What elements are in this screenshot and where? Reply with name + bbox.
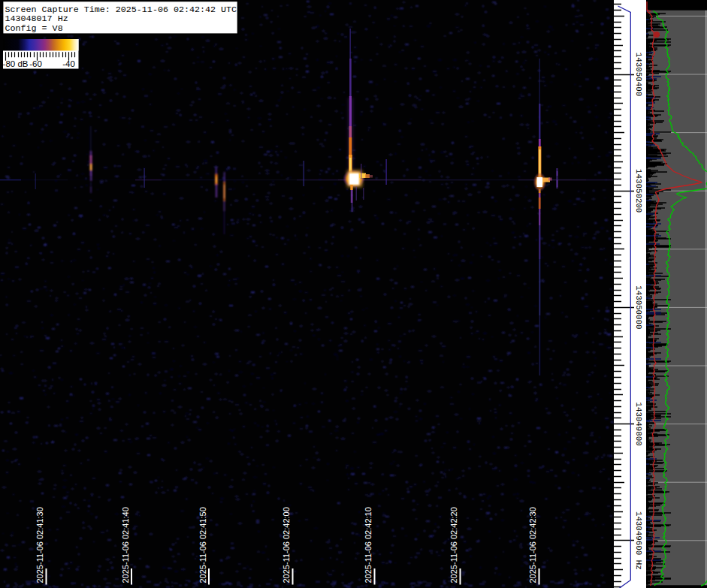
svg-text:-40: -40	[62, 59, 75, 68]
svg-text:2025-11-06 02:42:10: 2025-11-06 02:42:10	[364, 507, 373, 583]
svg-text:2025-11-06 02:41:30: 2025-11-06 02:41:30	[35, 507, 44, 583]
svg-text:143050400: 143050400	[634, 53, 643, 96]
svg-text:143050200: 143050200	[634, 169, 643, 213]
svg-text:-60: -60	[29, 59, 42, 68]
svg-text:143049600 Hz: 143049600 Hz	[634, 511, 643, 570]
svg-text:143049800: 143049800	[634, 402, 643, 445]
svg-text:143050000: 143050000	[634, 285, 643, 329]
svg-text:2025-11-06 02:41:40: 2025-11-06 02:41:40	[121, 507, 130, 583]
svg-text:2025-11-06 02:42:30: 2025-11-06 02:42:30	[528, 507, 537, 583]
svg-text:Config = V8: Config = V8	[5, 23, 63, 34]
svg-text:-80 dB: -80 dB	[3, 59, 29, 68]
svg-text:2025-11-06 02:42:00: 2025-11-06 02:42:00	[282, 507, 291, 583]
svg-text:2025-11-06 02:41:50: 2025-11-06 02:41:50	[198, 507, 207, 583]
svg-text:2025-11-06 02:42:20: 2025-11-06 02:42:20	[449, 507, 458, 583]
